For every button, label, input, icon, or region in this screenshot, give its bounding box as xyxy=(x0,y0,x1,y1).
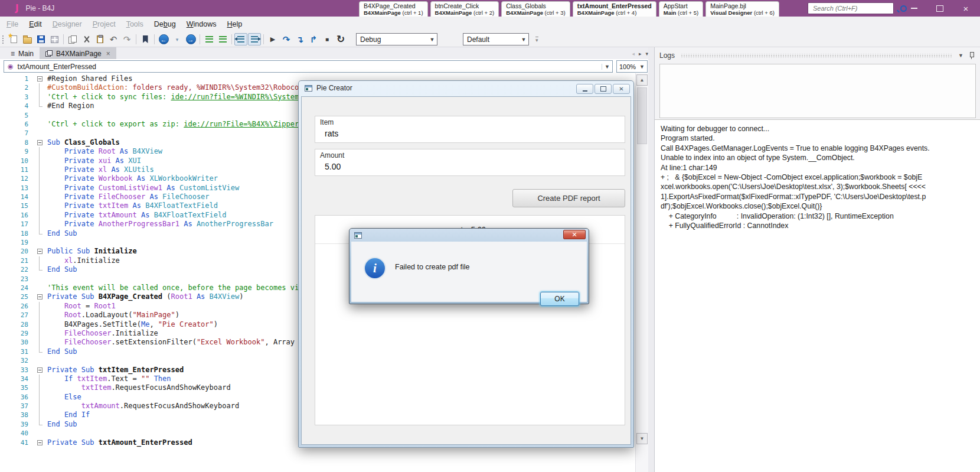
amount-field-value[interactable]: 5.00 xyxy=(325,162,341,171)
event-sub-icon: ◉ xyxy=(8,63,14,70)
item-field[interactable]: Item rats xyxy=(315,116,625,143)
chevron-down-icon[interactable]: ▼ xyxy=(427,37,437,43)
logs-menu-icon[interactable]: ▼ xyxy=(958,53,963,58)
minimize-button[interactable] xyxy=(901,0,927,17)
step-into-icon[interactable]: ↴ xyxy=(293,33,306,45)
open-file-icon[interactable] xyxy=(21,33,34,45)
quick-tab[interactable]: AppStartMain (ctrl + 5) xyxy=(659,1,703,17)
menu-edit[interactable]: Edit xyxy=(24,18,47,31)
tab-scroll-right-icon[interactable]: ▸ xyxy=(639,51,642,57)
build-configuration-select[interactable]: Default ▼ xyxy=(463,33,529,45)
fold-margin xyxy=(32,265,47,274)
export-project-icon[interactable] xyxy=(48,33,61,45)
menu-debug[interactable]: Debug xyxy=(149,18,181,31)
maximize-button[interactable] xyxy=(927,0,953,17)
fold-margin[interactable] xyxy=(32,292,47,301)
toolbar-options-icon[interactable]: ▾ xyxy=(535,37,538,43)
ok-button[interactable]: OK xyxy=(540,292,579,306)
fold-collapse-icon[interactable] xyxy=(37,140,43,145)
log-line: Waiting for debugger to connect... xyxy=(661,124,978,134)
chevron-down-icon[interactable]: ▼ xyxy=(602,64,612,70)
scroll-down-icon[interactable]: ▼ xyxy=(636,433,648,444)
restart-icon[interactable]: ↻ xyxy=(334,33,347,45)
menu-designer[interactable]: Designer xyxy=(47,18,87,31)
toolbar-separator xyxy=(63,34,64,44)
navigate-back-icon[interactable]: ← xyxy=(157,33,170,45)
item-field-value[interactable]: rats xyxy=(325,129,338,138)
dialog-minimize-button[interactable] xyxy=(576,84,593,94)
editor-zoom-select[interactable]: 100% ▼ xyxy=(616,60,648,73)
close-button[interactable]: × xyxy=(953,0,979,17)
editor-vertical-scrollbar[interactable]: ▲ ▼ xyxy=(635,73,648,472)
dialog-close-button[interactable]: ✕ xyxy=(613,84,630,94)
navigate-forward-icon[interactable]: → xyxy=(184,33,197,45)
menu-file[interactable]: File xyxy=(1,18,24,31)
tab-main[interactable]: ≡ Main xyxy=(5,47,40,60)
fold-margin[interactable] xyxy=(32,366,47,375)
quick-tab[interactable]: B4XPage_CreatedB4XMainPage (ctrl + 1) xyxy=(359,1,428,17)
uncomment-selection-icon[interactable] xyxy=(248,33,261,45)
code-text: Private Sub B4XPage_Created (Root1 As B4… xyxy=(47,292,243,301)
organize-code-icon[interactable] xyxy=(216,33,229,45)
reformat-code-icon[interactable] xyxy=(202,33,215,45)
logs-filter-box[interactable] xyxy=(659,64,976,118)
fold-collapse-icon[interactable] xyxy=(37,440,43,445)
menu-project[interactable]: Project xyxy=(87,18,121,31)
member-navigation-value: txtAmount_EnterPressed xyxy=(18,63,602,71)
fold-collapse-icon[interactable] xyxy=(37,76,43,82)
log-output[interactable]: Waiting for debugger to connect...Progra… xyxy=(655,119,980,472)
create-pdf-report-button[interactable]: Create PDF report xyxy=(512,189,625,207)
pin-icon[interactable] xyxy=(969,51,975,60)
copy-icon[interactable] xyxy=(66,33,79,45)
scrollbar-thumb[interactable] xyxy=(637,87,647,144)
fold-margin[interactable] xyxy=(32,74,47,83)
amount-field[interactable]: Amount 5.00 xyxy=(315,149,625,176)
fold-margin[interactable] xyxy=(32,247,47,256)
tab-b4xmainpage[interactable]: B4XMainPage × xyxy=(40,47,116,60)
fold-collapse-icon[interactable] xyxy=(37,294,43,300)
tab-close-icon[interactable]: × xyxy=(106,50,110,58)
toolbar-grip[interactable] xyxy=(2,35,5,44)
step-out-icon[interactable]: ↱ xyxy=(307,33,320,45)
cut-icon[interactable] xyxy=(80,33,93,45)
fold-collapse-icon[interactable] xyxy=(37,367,43,373)
search-input[interactable] xyxy=(808,5,900,12)
step-over-icon[interactable]: ↷ xyxy=(280,33,293,45)
comment-selection-icon[interactable] xyxy=(234,33,247,45)
dialog-maximize-button[interactable] xyxy=(594,84,612,94)
search-box[interactable] xyxy=(808,2,894,14)
debug-mode-select[interactable]: Debug ▼ xyxy=(356,33,437,45)
chevron-down-icon[interactable]: ▼ xyxy=(639,64,647,70)
fold-margin[interactable] xyxy=(32,438,47,447)
stop-icon[interactable]: ■ xyxy=(321,33,334,45)
tab-scroll-left-icon[interactable]: ◂ xyxy=(632,51,635,57)
undo-icon[interactable]: ↶ xyxy=(107,33,120,45)
member-navigation-select[interactable]: ◉ txtAmount_EnterPressed ▼ xyxy=(4,60,613,73)
fold-margin xyxy=(32,147,47,156)
fold-collapse-icon[interactable] xyxy=(37,249,43,254)
quick-tab[interactable]: Class_GlobalsB4XMainPage (ctrl + 3) xyxy=(501,1,570,17)
fold-margin[interactable] xyxy=(32,138,47,147)
toolbar: ↶↷←▾→▶↷↴↱■↻ Debug ▼ Default ▼ ▾ xyxy=(0,32,980,47)
quick-tab[interactable]: txtAmount_EnterPressedB4XMainPage (ctrl … xyxy=(573,1,656,17)
redo-icon[interactable]: ↷ xyxy=(120,33,133,45)
menu-help[interactable]: Help xyxy=(221,18,247,31)
save-icon[interactable] xyxy=(34,33,47,45)
new-file-icon[interactable] xyxy=(7,33,20,45)
quick-tab[interactable]: btnCreate_ClickB4XMainPage (ctrl + 2) xyxy=(430,1,499,17)
toolbar-separator xyxy=(231,34,232,44)
module-main-icon: ≡ xyxy=(11,50,15,58)
menu-windows[interactable]: Windows xyxy=(181,18,222,31)
navigate-back-caret-icon[interactable]: ▾ xyxy=(171,33,184,45)
run-icon[interactable]: ▶ xyxy=(266,33,279,45)
paste-icon[interactable] xyxy=(93,33,106,45)
menu-tools[interactable]: Tools xyxy=(121,18,149,31)
bookmark-icon[interactable] xyxy=(139,33,152,45)
panel-splitter[interactable] xyxy=(648,47,654,472)
error-dialog-close-button[interactable]: ✕ xyxy=(563,230,586,239)
quick-tab-title: AppStart xyxy=(664,2,698,9)
chevron-down-icon[interactable]: ▼ xyxy=(519,37,528,43)
fold-margin xyxy=(32,165,47,174)
scroll-up-icon[interactable]: ▲ xyxy=(636,74,648,86)
quick-tab[interactable]: MainPage.bjlVisual Designer (ctrl + 6) xyxy=(705,1,779,17)
